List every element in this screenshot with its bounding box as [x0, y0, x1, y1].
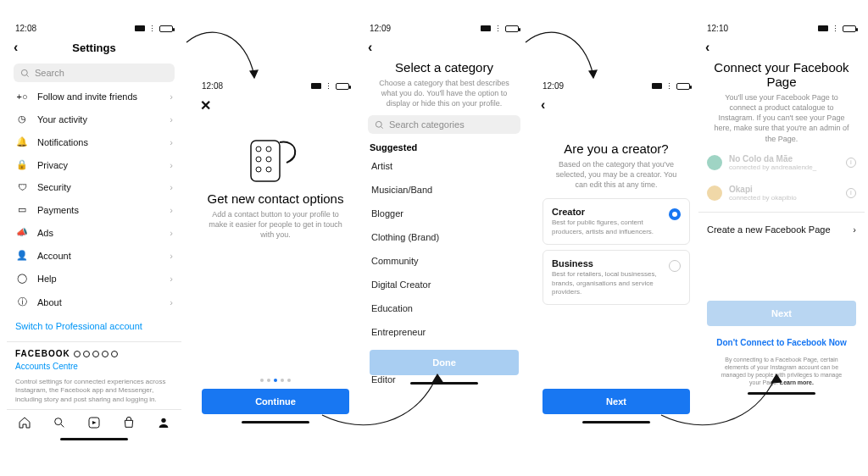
page-row[interactable]: Okapiconnected by okapibio i	[698, 178, 865, 208]
wifi-icon: ⋮	[832, 25, 839, 33]
chevron-right-icon: ›	[170, 160, 173, 170]
app-icon	[83, 351, 90, 357]
divider	[698, 212, 865, 213]
next-button[interactable]: Next	[542, 389, 690, 414]
tab-search[interactable]	[52, 415, 67, 430]
lock-icon: 🔒	[15, 159, 29, 170]
user-icon: 👤	[15, 250, 29, 261]
switch-professional-link[interactable]: Switch to Professional account	[7, 314, 181, 338]
category-item[interactable]: Entrepreneur	[361, 320, 527, 344]
status-time: 12:09	[370, 24, 391, 33]
wifi-icon: ⋮	[325, 82, 332, 91]
search-categories-input[interactable]: Search categories	[368, 115, 520, 134]
back-button[interactable]: ‹	[14, 40, 31, 55]
skip-link[interactable]: Don't Connect to Facebook Now	[698, 333, 865, 352]
facebook-brand: FACEBOOK	[15, 349, 173, 358]
home-indicator	[60, 438, 128, 440]
category-item[interactable]: Blogger	[361, 202, 527, 225]
status-time: 12:09	[542, 81, 564, 91]
category-item[interactable]: Artist	[361, 154, 527, 178]
home-indicator	[582, 421, 650, 423]
wifi-icon: ⋮	[665, 82, 673, 91]
accounts-centre-link[interactable]: Accounts Centre	[15, 358, 173, 374]
screen-contact-options: 12:08 ⋮ ✕ Get new contact options Add a …	[193, 78, 358, 434]
wifi-icon: ⋮	[494, 25, 502, 33]
tab-home[interactable]	[17, 415, 32, 430]
signal-icon	[135, 25, 145, 31]
accounts-centre-description: Control settings for connected experienc…	[7, 378, 181, 409]
svg-point-13	[376, 121, 381, 127]
page-title: Settings	[7, 42, 181, 54]
back-button[interactable]: ‹	[541, 97, 558, 113]
search-icon	[20, 69, 30, 78]
status-time: 12:10	[707, 24, 728, 33]
search-input[interactable]: Search	[14, 64, 175, 82]
settings-item-follow[interactable]: +○Follow and invite friends›	[7, 86, 181, 108]
status-time: 12:08	[202, 81, 223, 91]
contact-illustration	[246, 134, 305, 185]
category-item[interactable]: Community	[361, 249, 527, 273]
screen-subtitle: Based on the category that you've select…	[534, 156, 698, 193]
chevron-right-icon: ›	[170, 205, 173, 215]
settings-item-account[interactable]: 👤Account›	[7, 244, 181, 267]
screen-subtitle: Add a contact button to your profile to …	[193, 206, 358, 243]
suggested-heading: Suggested	[361, 137, 527, 154]
tab-profile[interactable]	[156, 415, 171, 430]
svg-line-14	[381, 126, 383, 128]
category-item[interactable]: Education	[361, 296, 527, 320]
tab-shop[interactable]	[121, 415, 136, 430]
tab-bar	[7, 409, 181, 435]
category-item[interactable]: Clothing (Brand)	[361, 225, 527, 249]
status-bar: 12:10 ⋮	[698, 20, 865, 35]
svg-point-12	[266, 167, 271, 172]
settings-item-notifications[interactable]: 🔔Notifications›	[7, 130, 181, 153]
radio-selected-icon	[669, 208, 681, 220]
settings-item-activity[interactable]: ◷Your activity›	[7, 108, 181, 130]
category-item[interactable]: Musician/Band	[361, 178, 527, 202]
close-button[interactable]: ✕	[200, 97, 217, 113]
settings-item-security[interactable]: 🛡Security›	[7, 176, 181, 198]
info-icon[interactable]: i	[846, 188, 856, 198]
clock-icon: ◷	[15, 113, 29, 125]
status-bar: 12:09 ⋮	[361, 20, 527, 35]
settings-item-ads[interactable]: 📣Ads›	[7, 221, 181, 244]
battery-icon	[336, 83, 349, 90]
option-business[interactable]: BusinessBest for retailers, local busine…	[542, 250, 690, 305]
svg-point-9	[256, 157, 261, 162]
option-creator[interactable]: CreatorBest for public figures, content …	[542, 198, 690, 245]
page-row[interactable]: No Colo da Mãeconnected by andreaalende_…	[698, 147, 865, 178]
info-icon[interactable]: i	[846, 158, 856, 168]
back-button[interactable]: ‹	[705, 40, 722, 55]
avatar	[707, 185, 722, 201]
app-icon	[102, 351, 108, 357]
card-icon: ▭	[15, 204, 29, 215]
settings-item-privacy[interactable]: 🔒Privacy›	[7, 153, 181, 176]
chevron-right-icon: ›	[853, 224, 856, 235]
continue-button[interactable]: Continue	[202, 389, 349, 414]
wifi-icon: ⋮	[148, 25, 156, 33]
next-button[interactable]: Next	[707, 301, 856, 326]
tab-reels[interactable]	[86, 415, 102, 430]
category-item[interactable]: Digital Creator	[361, 273, 527, 296]
signal-icon	[481, 25, 491, 31]
signal-icon	[652, 83, 662, 89]
svg-rect-6	[251, 141, 280, 181]
done-button[interactable]: Done	[370, 350, 519, 375]
chevron-right-icon: ›	[170, 182, 173, 192]
radio-unselected-icon	[669, 260, 681, 272]
back-button[interactable]: ‹	[368, 40, 385, 55]
svg-point-8	[266, 147, 271, 152]
shield-icon: 🛡	[15, 182, 29, 192]
screen-subtitle: You'll use your Facebook Page to connect…	[698, 89, 865, 147]
settings-item-help[interactable]: ◯Help›	[7, 267, 181, 290]
battery-icon	[676, 83, 690, 90]
app-icon	[111, 351, 118, 357]
settings-item-about[interactable]: ⓘAbout›	[7, 290, 181, 314]
add-person-icon: +○	[15, 91, 29, 102]
battery-icon	[843, 25, 856, 32]
home-indicator	[748, 392, 815, 395]
screen-select-category: 12:09 ⋮ ‹ Select a category Choose a cat…	[361, 20, 527, 391]
learn-more-link[interactable]: Learn more.	[780, 379, 814, 385]
create-page-link[interactable]: Create a new Facebook Page›	[698, 216, 865, 243]
settings-item-payments[interactable]: ▭Payments›	[7, 198, 181, 221]
